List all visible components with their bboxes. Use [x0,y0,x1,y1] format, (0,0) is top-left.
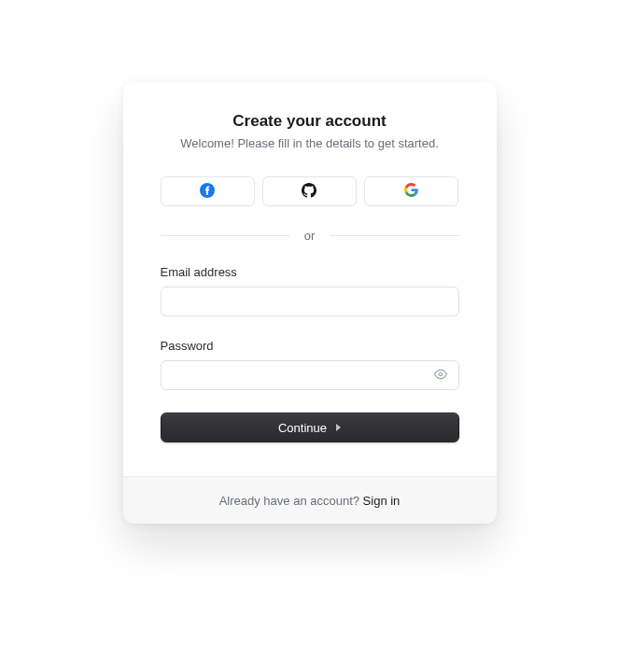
card-footer: Already have an account? Sign in [123,476,497,524]
email-label: Email address [161,265,459,279]
google-icon [404,183,418,200]
password-label: Password [161,339,459,353]
oauth-github-button[interactable] [262,176,357,206]
continue-label: Continue [278,421,327,435]
signup-card: Create your account Welcome! Please fill… [123,82,497,524]
page-title: Create your account [161,112,459,131]
divider-line-right [330,235,458,236]
svg-point-1 [439,372,443,376]
facebook-icon [200,183,215,201]
footer-prompt: Already have an account? [219,494,363,508]
oauth-facebook-button[interactable] [161,176,255,206]
divider-line-left [161,235,289,236]
page-subtitle: Welcome! Please fill in the details to g… [161,136,459,150]
toggle-password-visibility-button[interactable] [429,364,452,386]
sign-in-link[interactable]: Sign in [363,494,401,508]
password-field-group: Password [161,339,459,390]
eye-icon [434,368,447,384]
email-field-group: Email address [161,265,459,316]
divider: or [161,229,459,243]
caret-right-icon [336,424,341,431]
github-icon [302,183,317,201]
email-field[interactable] [161,287,459,316]
oauth-google-button[interactable] [364,176,458,206]
oauth-row [161,176,459,206]
continue-button[interactable]: Continue [161,413,459,442]
divider-text: or [304,229,316,243]
password-field[interactable] [161,360,459,390]
card-body: Create your account Welcome! Please fill… [123,82,497,476]
